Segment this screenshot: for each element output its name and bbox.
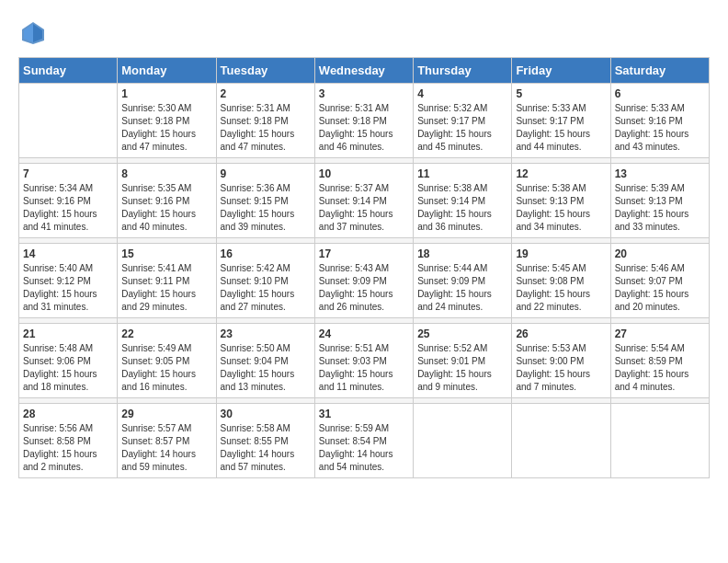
- day-info: Sunrise: 5:33 AM Sunset: 9:16 PM Dayligh…: [615, 102, 705, 154]
- header-friday: Friday: [512, 58, 610, 84]
- day-number: 18: [417, 247, 507, 260]
- day-number: 17: [319, 247, 409, 260]
- day-info: Sunrise: 5:58 AM Sunset: 8:55 PM Dayligh…: [221, 422, 311, 474]
- day-number: 2: [221, 87, 311, 100]
- day-number: 23: [221, 327, 311, 340]
- calendar-week-row: 28Sunrise: 5:56 AM Sunset: 8:58 PM Dayli…: [19, 404, 710, 478]
- calendar-cell: [414, 404, 512, 478]
- day-info: Sunrise: 5:31 AM Sunset: 9:18 PM Dayligh…: [319, 102, 409, 154]
- calendar-week-row: 14Sunrise: 5:40 AM Sunset: 9:12 PM Dayli…: [19, 244, 710, 318]
- day-info: Sunrise: 5:53 AM Sunset: 9:00 PM Dayligh…: [516, 342, 606, 394]
- header-saturday: Saturday: [610, 58, 709, 84]
- calendar-cell: 2Sunrise: 5:31 AM Sunset: 9:18 PM Daylig…: [216, 84, 314, 158]
- calendar-cell: 10Sunrise: 5:37 AM Sunset: 9:14 PM Dayli…: [314, 164, 413, 238]
- day-number: 20: [615, 247, 705, 260]
- day-info: Sunrise: 5:56 AM Sunset: 8:58 PM Dayligh…: [23, 422, 113, 474]
- calendar-cell: 8Sunrise: 5:35 AM Sunset: 9:16 PM Daylig…: [118, 164, 216, 238]
- calendar-cell: 23Sunrise: 5:50 AM Sunset: 9:04 PM Dayli…: [216, 324, 314, 398]
- day-info: Sunrise: 5:32 AM Sunset: 9:17 PM Dayligh…: [417, 102, 507, 154]
- calendar-cell: 15Sunrise: 5:41 AM Sunset: 9:11 PM Dayli…: [118, 244, 216, 318]
- day-info: Sunrise: 5:46 AM Sunset: 9:07 PM Dayligh…: [615, 262, 705, 314]
- day-info: Sunrise: 5:35 AM Sunset: 9:16 PM Dayligh…: [121, 182, 211, 234]
- day-number: 25: [417, 327, 507, 340]
- day-number: 1: [121, 87, 211, 100]
- calendar-cell: 24Sunrise: 5:51 AM Sunset: 9:03 PM Dayli…: [314, 324, 413, 398]
- calendar-cell: [19, 84, 118, 158]
- calendar-cell: 3Sunrise: 5:31 AM Sunset: 9:18 PM Daylig…: [314, 84, 413, 158]
- calendar-week-row: 7Sunrise: 5:34 AM Sunset: 9:16 PM Daylig…: [19, 164, 710, 238]
- day-info: Sunrise: 5:38 AM Sunset: 9:14 PM Dayligh…: [417, 182, 507, 234]
- day-number: 28: [23, 408, 113, 420]
- day-info: Sunrise: 5:40 AM Sunset: 9:12 PM Dayligh…: [23, 262, 113, 314]
- calendar-cell: 14Sunrise: 5:40 AM Sunset: 9:12 PM Dayli…: [19, 244, 118, 318]
- header-monday: Monday: [118, 58, 216, 84]
- calendar-cell: 19Sunrise: 5:45 AM Sunset: 9:08 PM Dayli…: [512, 244, 610, 318]
- day-number: 16: [221, 247, 311, 260]
- day-number: 11: [417, 167, 507, 180]
- day-info: Sunrise: 5:54 AM Sunset: 8:59 PM Dayligh…: [615, 342, 705, 394]
- calendar-cell: 28Sunrise: 5:56 AM Sunset: 8:58 PM Dayli…: [19, 404, 118, 478]
- day-info: Sunrise: 5:45 AM Sunset: 9:08 PM Dayligh…: [516, 262, 606, 314]
- day-number: 8: [121, 167, 211, 180]
- calendar-cell: 5Sunrise: 5:33 AM Sunset: 9:17 PM Daylig…: [512, 84, 610, 158]
- header-sunday: Sunday: [19, 58, 118, 84]
- day-number: 7: [23, 167, 113, 180]
- logo-icon: [18, 18, 48, 48]
- day-number: 9: [221, 167, 311, 180]
- day-number: 6: [615, 87, 705, 100]
- day-info: Sunrise: 5:57 AM Sunset: 8:57 PM Dayligh…: [121, 422, 211, 474]
- calendar-cell: 17Sunrise: 5:43 AM Sunset: 9:09 PM Dayli…: [314, 244, 413, 318]
- day-number: 5: [516, 87, 606, 100]
- calendar-cell: 11Sunrise: 5:38 AM Sunset: 9:14 PM Dayli…: [414, 164, 512, 238]
- calendar-cell: 27Sunrise: 5:54 AM Sunset: 8:59 PM Dayli…: [610, 324, 709, 398]
- calendar-cell: 9Sunrise: 5:36 AM Sunset: 9:15 PM Daylig…: [216, 164, 314, 238]
- day-info: Sunrise: 5:30 AM Sunset: 9:18 PM Dayligh…: [121, 102, 211, 154]
- calendar-cell: 20Sunrise: 5:46 AM Sunset: 9:07 PM Dayli…: [610, 244, 709, 318]
- calendar-cell: 21Sunrise: 5:48 AM Sunset: 9:06 PM Dayli…: [19, 324, 118, 398]
- day-number: 10: [319, 167, 409, 180]
- day-info: Sunrise: 5:39 AM Sunset: 9:13 PM Dayligh…: [615, 182, 705, 234]
- calendar-cell: 4Sunrise: 5:32 AM Sunset: 9:17 PM Daylig…: [414, 84, 512, 158]
- calendar-cell: 22Sunrise: 5:49 AM Sunset: 9:05 PM Dayli…: [118, 324, 216, 398]
- day-number: 29: [121, 408, 211, 420]
- calendar-cell: 13Sunrise: 5:39 AM Sunset: 9:13 PM Dayli…: [610, 164, 709, 238]
- calendar-header-row: SundayMondayTuesdayWednesdayThursdayFrid…: [19, 58, 710, 84]
- calendar-week-row: 21Sunrise: 5:48 AM Sunset: 9:06 PM Dayli…: [19, 324, 710, 398]
- calendar-cell: [512, 404, 610, 478]
- calendar-cell: 30Sunrise: 5:58 AM Sunset: 8:55 PM Dayli…: [216, 404, 314, 478]
- day-info: Sunrise: 5:50 AM Sunset: 9:04 PM Dayligh…: [221, 342, 311, 394]
- calendar-cell: [610, 404, 709, 478]
- page-header: [18, 18, 710, 48]
- calendar-cell: 1Sunrise: 5:30 AM Sunset: 9:18 PM Daylig…: [118, 84, 216, 158]
- day-number: 22: [121, 327, 211, 340]
- day-number: 12: [516, 167, 606, 180]
- calendar-cell: 7Sunrise: 5:34 AM Sunset: 9:16 PM Daylig…: [19, 164, 118, 238]
- day-info: Sunrise: 5:33 AM Sunset: 9:17 PM Dayligh…: [516, 102, 606, 154]
- day-number: 27: [615, 327, 705, 340]
- day-number: 19: [516, 247, 606, 260]
- day-info: Sunrise: 5:41 AM Sunset: 9:11 PM Dayligh…: [121, 262, 211, 314]
- day-number: 21: [23, 327, 113, 340]
- calendar-cell: 12Sunrise: 5:38 AM Sunset: 9:13 PM Dayli…: [512, 164, 610, 238]
- day-info: Sunrise: 5:59 AM Sunset: 8:54 PM Dayligh…: [319, 422, 409, 474]
- day-info: Sunrise: 5:49 AM Sunset: 9:05 PM Dayligh…: [121, 342, 211, 394]
- day-info: Sunrise: 5:52 AM Sunset: 9:01 PM Dayligh…: [417, 342, 507, 394]
- calendar-cell: 26Sunrise: 5:53 AM Sunset: 9:00 PM Dayli…: [512, 324, 610, 398]
- calendar-table: SundayMondayTuesdayWednesdayThursdayFrid…: [18, 57, 710, 478]
- day-number: 3: [319, 87, 409, 100]
- calendar-cell: 16Sunrise: 5:42 AM Sunset: 9:10 PM Dayli…: [216, 244, 314, 318]
- day-number: 4: [417, 87, 507, 100]
- day-info: Sunrise: 5:43 AM Sunset: 9:09 PM Dayligh…: [319, 262, 409, 314]
- day-info: Sunrise: 5:38 AM Sunset: 9:13 PM Dayligh…: [516, 182, 606, 234]
- calendar-cell: 29Sunrise: 5:57 AM Sunset: 8:57 PM Dayli…: [118, 404, 216, 478]
- day-info: Sunrise: 5:42 AM Sunset: 9:10 PM Dayligh…: [221, 262, 311, 314]
- day-info: Sunrise: 5:48 AM Sunset: 9:06 PM Dayligh…: [23, 342, 113, 394]
- header-tuesday: Tuesday: [216, 58, 314, 84]
- calendar-cell: 6Sunrise: 5:33 AM Sunset: 9:16 PM Daylig…: [610, 84, 709, 158]
- day-number: 30: [221, 408, 311, 420]
- day-number: 14: [23, 247, 113, 260]
- header-thursday: Thursday: [414, 58, 512, 84]
- calendar-cell: 25Sunrise: 5:52 AM Sunset: 9:01 PM Dayli…: [414, 324, 512, 398]
- day-info: Sunrise: 5:44 AM Sunset: 9:09 PM Dayligh…: [417, 262, 507, 314]
- day-info: Sunrise: 5:36 AM Sunset: 9:15 PM Dayligh…: [221, 182, 311, 234]
